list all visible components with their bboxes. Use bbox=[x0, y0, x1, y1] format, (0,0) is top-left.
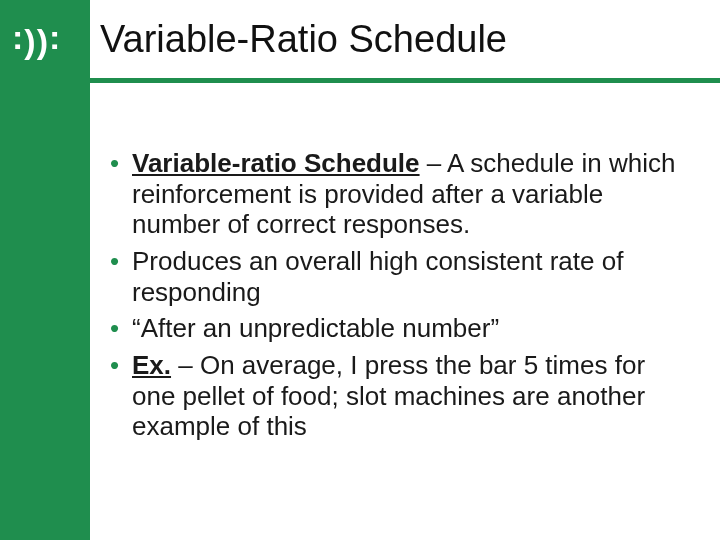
bullet-ex-label: Ex. bbox=[132, 350, 171, 380]
bullet-item: Variable-ratio Schedule – A schedule in … bbox=[110, 148, 690, 240]
logo-dot-right: : bbox=[49, 22, 61, 52]
bullet-item: Produces an overall high consistent rate… bbox=[110, 246, 690, 307]
bullet-text: Produces an overall high consistent rate… bbox=[132, 246, 623, 307]
bullet-sep: – bbox=[171, 350, 200, 380]
logo-dot-left: : bbox=[12, 22, 24, 52]
logo-paren-2: ) bbox=[37, 26, 49, 56]
page-title: Variable-Ratio Schedule bbox=[100, 18, 700, 61]
bullet-item: “After an unpredictable number” bbox=[110, 313, 690, 344]
bullet-text: On average, I press the bar 5 times for … bbox=[132, 350, 645, 441]
bullet-item: Ex. – On average, I press the bar 5 time… bbox=[110, 350, 690, 442]
bullet-term: Variable-ratio Schedule bbox=[132, 148, 420, 178]
title-rule bbox=[90, 78, 720, 83]
bullet-sep: – bbox=[420, 148, 447, 178]
bullet-list: Variable-ratio Schedule – A schedule in … bbox=[110, 148, 690, 442]
logo-paren-1: ) bbox=[24, 26, 36, 56]
body: Variable-ratio Schedule – A schedule in … bbox=[110, 148, 690, 448]
slide: :)): Variable-Ratio Schedule Variable-ra… bbox=[0, 0, 720, 540]
bullet-text: “After an unpredictable number” bbox=[132, 313, 499, 343]
smiley-logo: :)): bbox=[12, 26, 78, 56]
sidebar bbox=[0, 0, 90, 540]
